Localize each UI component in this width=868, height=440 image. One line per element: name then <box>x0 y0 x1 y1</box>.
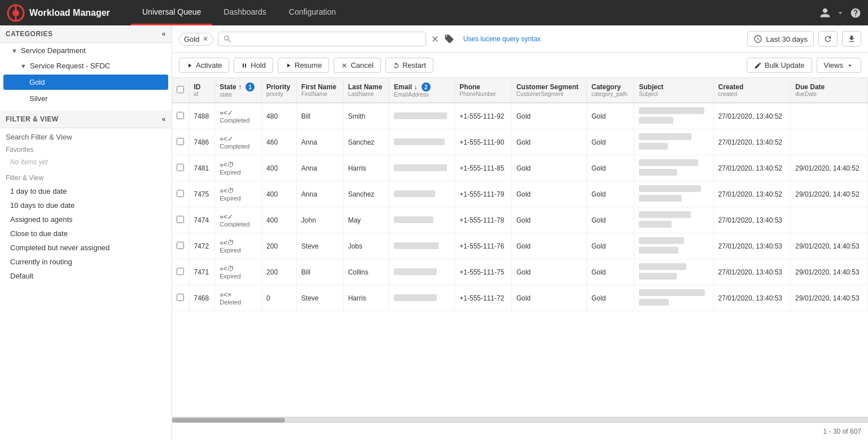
user-icon[interactable] <box>819 7 831 19</box>
row-checkbox-cell[interactable] <box>172 155 189 181</box>
row-checkbox-cell[interactable] <box>172 259 189 285</box>
row-checkbox[interactable] <box>177 216 184 223</box>
chevron-down-icon[interactable] <box>836 9 844 17</box>
cell-priority: 400 <box>262 181 297 207</box>
cell-subject <box>634 103 713 129</box>
filter-collapse-icon[interactable]: « <box>162 115 166 123</box>
cell-segment: Gold <box>511 129 586 155</box>
cell-duedate <box>791 103 868 129</box>
row-checkbox[interactable] <box>177 242 184 249</box>
row-checkbox-cell[interactable] <box>172 285 189 311</box>
col-firstname[interactable]: First Name FirstName <box>296 78 343 103</box>
filter-item-routing[interactable]: Currently in routing <box>6 255 166 269</box>
filter-item-completed-never[interactable]: Completed but never assigned <box>6 241 166 255</box>
activate-button[interactable]: Activate <box>179 58 229 73</box>
filter-tag-close[interactable]: ✕ <box>203 35 208 43</box>
resume-button[interactable]: Resume <box>278 58 329 73</box>
row-checkbox[interactable] <box>177 268 184 275</box>
activate-label: Activate <box>196 61 222 69</box>
row-checkbox[interactable] <box>177 190 184 197</box>
filter-item-10days[interactable]: 10 days to due date <box>6 198 166 212</box>
col-priority[interactable]: Priority priority <box>262 78 297 103</box>
cell-state: »<✓ Completed <box>215 103 262 129</box>
download-btn[interactable] <box>842 31 861 47</box>
table-row: 7475 »<⏱ Expired 400 Anna Sanchez +1-555… <box>172 181 868 207</box>
select-all-checkbox[interactable] <box>172 78 189 103</box>
tab-configuration[interactable]: Configuration <box>278 0 347 25</box>
tree-leaf-gold[interactable]: Gold <box>3 75 168 90</box>
categories-section-header: CATEGORIES « <box>0 25 172 43</box>
cell-segment: Gold <box>511 285 586 311</box>
col-phone[interactable]: Phone PhoneNumber <box>455 78 512 103</box>
col-state[interactable]: State ↑ 1 state <box>215 78 262 103</box>
edit-icon <box>754 62 762 69</box>
cell-subject <box>634 155 713 181</box>
views-button[interactable]: Views <box>817 58 861 73</box>
tree-service-department[interactable]: ▼ Service Department <box>0 43 172 58</box>
cell-category: Gold <box>587 233 634 259</box>
horizontal-scrollbar[interactable] <box>172 417 868 422</box>
filter-item-default[interactable]: Default <box>6 269 166 283</box>
row-checkbox-cell[interactable] <box>172 207 189 233</box>
row-checkbox-cell[interactable] <box>172 181 189 207</box>
tree-service-request[interactable]: ▼ Service Request - SFDC <box>0 58 172 73</box>
select-all-input[interactable] <box>177 86 184 93</box>
col-segment[interactable]: Customer Segment CustomerSegment <box>511 78 586 103</box>
refresh-btn[interactable] <box>818 31 838 47</box>
search-bar[interactable] <box>218 32 426 46</box>
lucene-link[interactable]: Uses lucene query syntax <box>463 35 541 43</box>
tab-dashboards[interactable]: Dashboards <box>212 0 278 25</box>
cell-id: 7486 <box>189 129 215 155</box>
cell-duedate: 29/01/2020, 14:40:53 <box>791 285 868 311</box>
cell-id: 7474 <box>189 207 215 233</box>
cancel-button[interactable]: Cancel <box>334 58 380 73</box>
filter-item-assigned[interactable]: Assigned to agents <box>6 212 166 226</box>
action-bar: Activate Hold Resume Cancel Restart Bu <box>172 53 868 78</box>
cell-category: Gold <box>587 181 634 207</box>
col-subject[interactable]: Subject Subject <box>634 78 713 103</box>
scrollbar-thumb[interactable] <box>172 418 285 422</box>
col-lastname[interactable]: Last Name LastName <box>343 78 389 103</box>
cell-state: »<✓ Completed <box>215 207 262 233</box>
col-duedate[interactable]: Due Date dueDate <box>791 78 868 103</box>
hold-button[interactable]: Hold <box>234 58 273 73</box>
row-checkbox-cell[interactable] <box>172 129 189 155</box>
cell-phone: +1-555-111-75 <box>455 259 512 285</box>
row-checkbox-cell[interactable] <box>172 103 189 129</box>
row-checkbox[interactable] <box>177 112 184 119</box>
col-email[interactable]: Email ↓ 2 EmailAddress <box>389 78 455 103</box>
categories-collapse-icon[interactable]: « <box>162 30 166 38</box>
tree-leaf-silver[interactable]: Silver <box>0 91 172 106</box>
pause-icon <box>241 62 248 69</box>
filter-view-section-header: FILTER & VIEW « <box>0 111 172 128</box>
top-nav: Workload Manager Universal Queue Dashboa… <box>0 0 868 25</box>
help-icon[interactable] <box>850 7 861 19</box>
date-filter[interactable]: Last 30 days <box>747 31 814 47</box>
row-checkbox[interactable] <box>177 164 184 171</box>
cell-created: 27/01/2020, 13:40:52 <box>713 103 791 129</box>
col-id[interactable]: ID id <box>189 78 215 103</box>
cell-category: Gold <box>587 207 634 233</box>
search-input[interactable] <box>232 35 420 43</box>
cell-phone: +1-555-111-85 <box>455 155 512 181</box>
col-created[interactable]: Created created <box>713 78 791 103</box>
cell-lastname: Harris <box>343 285 389 311</box>
row-checkbox-cell[interactable] <box>172 233 189 259</box>
svg-point-1 <box>12 10 19 16</box>
tab-universal-queue[interactable]: Universal Queue <box>131 0 212 25</box>
chevron-down-icon: ▼ <box>20 63 27 69</box>
cell-id: 7488 <box>189 103 215 129</box>
filter-item-close[interactable]: Close to due date <box>6 226 166 241</box>
row-checkbox[interactable] <box>177 138 184 145</box>
col-category[interactable]: Category category_path <box>587 78 634 103</box>
row-checkbox[interactable] <box>177 294 184 301</box>
filter-item-1day[interactable]: 1 day to due date <box>6 184 166 198</box>
clear-search-icon[interactable] <box>431 34 440 43</box>
tag-icon[interactable] <box>444 34 454 44</box>
restart-button[interactable]: Restart <box>385 58 433 73</box>
gold-filter-tag[interactable]: Gold ✕ <box>179 33 213 46</box>
cell-id: 7472 <box>189 233 215 259</box>
cell-segment: Gold <box>511 259 586 285</box>
bulk-update-button[interactable]: Bulk Update <box>747 58 812 73</box>
cell-duedate <box>791 129 868 155</box>
